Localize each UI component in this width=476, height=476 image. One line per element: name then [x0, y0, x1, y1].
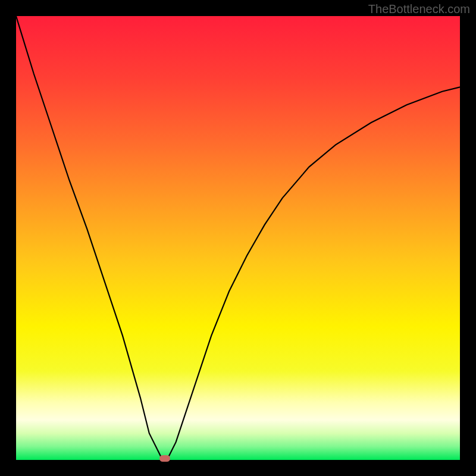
minimum-marker — [159, 455, 170, 462]
bottleneck-curve — [16, 16, 460, 460]
watermark-text: TheBottleneck.com — [368, 2, 470, 16]
chart-area — [16, 16, 460, 460]
